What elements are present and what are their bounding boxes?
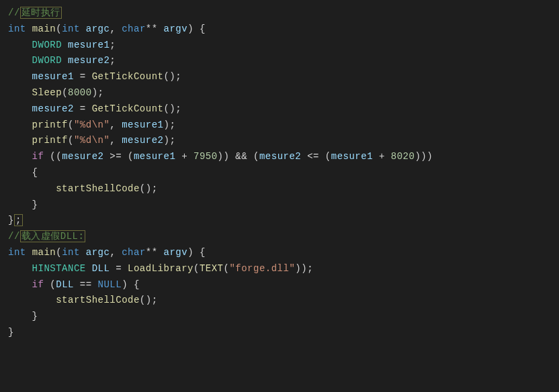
code-line: printf("%d\n", mesure1); [8,117,551,134]
code-line: mesure2 = GetTickCount(); [8,101,551,117]
code-line: startShellCode(); [8,181,551,197]
code-line: int main(int argc, char** argv) { [8,21,551,38]
code-line: { [8,165,551,181]
code-line: if ((mesure2 >= (mesure1 + 7950)) && (me… [8,149,551,165]
code-line: } [8,325,551,341]
code-line: //载入虚假DLL: [8,229,551,245]
comment-slash: // [8,7,20,18]
function-name: main [32,23,56,34]
code-editor[interactable]: //延时执行 int main(int argc, char** argv) {… [8,5,551,341]
keyword: int [8,23,26,34]
code-line: if (DLL == NULL) { [8,277,551,293]
code-line: printf("%d\n", mesure2); [8,133,551,149]
code-line: int main(int argc, char** argv) { [8,245,551,261]
highlighted-semicolon: ; [14,214,23,226]
type: DWORD [32,40,62,50]
code-line: //延时执行 [8,5,551,21]
code-line: mesure1 = GetTickCount(); [8,69,551,85]
code-line: DWORD mesure2; [8,53,551,69]
comment-text: 载入虚假DLL: [20,230,86,242]
code-line: startShellCode(); [8,293,551,309]
code-line: } [8,309,551,325]
code-line: Sleep(8000); [8,85,551,101]
code-line: } [8,197,551,213]
comment-text: 延时执行 [20,7,62,19]
code-line: DWORD mesure1; [8,38,551,54]
code-line: HINSTANCE DLL = LoadLibrary(TEXT("forge.… [8,261,551,277]
code-line: }; [8,213,551,229]
